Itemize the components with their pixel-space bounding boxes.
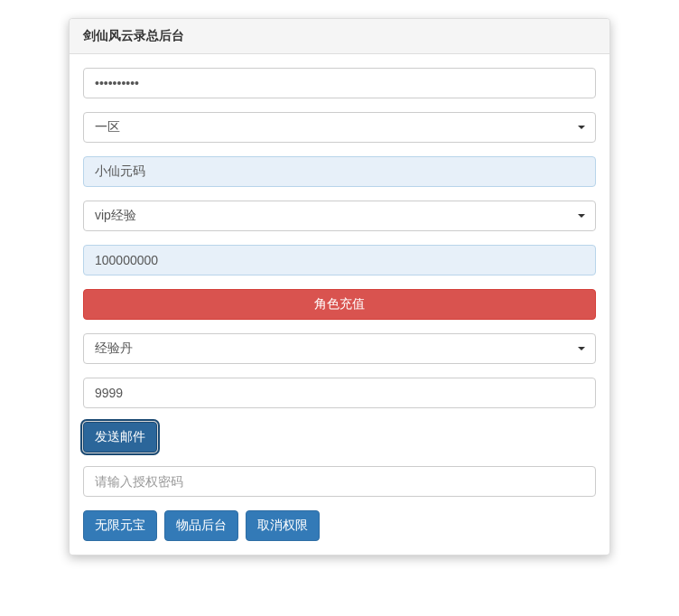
send-mail-button[interactable]: 发送邮件 xyxy=(83,422,157,453)
password-input[interactable] xyxy=(83,68,596,98)
panel-body: 一区 vip经验 角色充值 经验丹 发送邮件 无限元宝 物品后台 取消权限 xyxy=(70,54,609,555)
item-select-wrapper: 经验丹 xyxy=(83,333,596,364)
zone-select[interactable]: 一区 xyxy=(83,112,596,143)
recharge-amount-input[interactable] xyxy=(83,245,596,275)
panel-title: 剑仙风云录总后台 xyxy=(83,28,596,44)
item-select[interactable]: 经验丹 xyxy=(83,333,596,364)
auth-password-input[interactable] xyxy=(83,466,596,497)
recharge-type-select[interactable]: vip经验 xyxy=(83,201,596,231)
item-admin-button[interactable]: 物品后台 xyxy=(164,510,238,541)
recharge-button[interactable]: 角色充值 xyxy=(83,289,596,320)
item-quantity-input[interactable] xyxy=(83,378,596,408)
cancel-permission-button[interactable]: 取消权限 xyxy=(246,510,320,541)
admin-panel: 剑仙风云录总后台 一区 vip经验 角色充值 经验丹 发送邮件 无限元宝 物品后… xyxy=(69,18,610,555)
character-name-input[interactable] xyxy=(83,156,596,187)
action-button-row: 无限元宝 物品后台 取消权限 xyxy=(83,510,596,541)
recharge-type-select-wrapper: vip经验 xyxy=(83,201,596,231)
panel-header: 剑仙风云录总后台 xyxy=(70,19,609,54)
zone-select-wrapper: 一区 xyxy=(83,112,596,143)
unlimited-gold-button[interactable]: 无限元宝 xyxy=(83,510,157,541)
